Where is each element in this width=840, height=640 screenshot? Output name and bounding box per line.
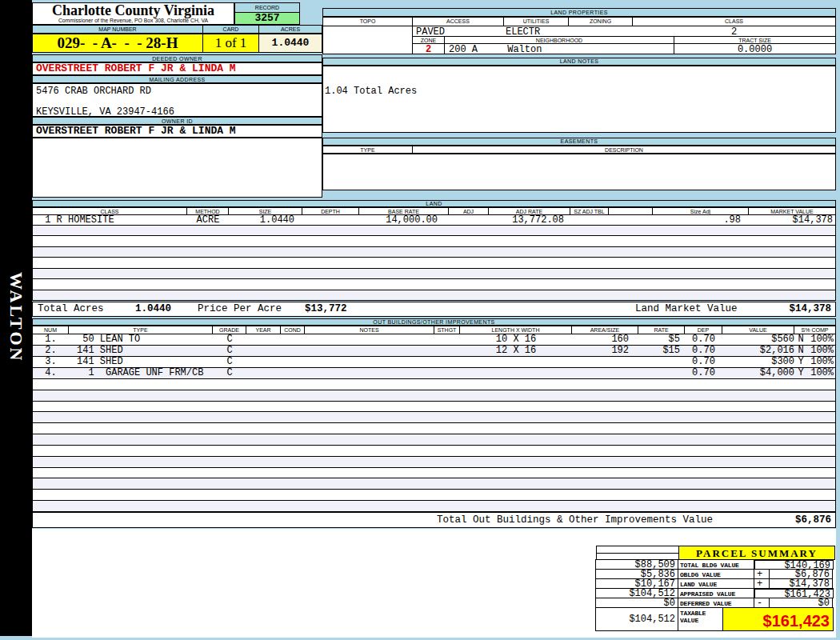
- out-building-row: 2. 141 SHED C 12 X 16 192 $15 0.70 $2,01…: [32, 346, 836, 357]
- acres-value: 1.0440: [258, 34, 322, 53]
- map-header-row: MAP NUMBER CARD ACRES: [32, 25, 322, 34]
- mailing-address-bar: MAILING ADDRESS: [32, 75, 322, 83]
- empty-row: [33, 468, 835, 479]
- total-acres-value: 1.0440: [135, 302, 171, 316]
- card-value: 1 of 1: [202, 34, 258, 53]
- ob-type: 1 GARAGE UNF FRM/CB: [69, 368, 213, 378]
- ob-value: $2,016: [722, 346, 794, 356]
- ob-comp: 100%: [807, 368, 835, 378]
- prior-taxable: $104,512: [595, 607, 678, 631]
- record-box: RECORD 3257: [234, 2, 300, 25]
- empty-row: [33, 258, 835, 268]
- ob-area-size: [572, 357, 638, 367]
- land-adj: [449, 215, 489, 225]
- land-empty-rows: [32, 226, 836, 301]
- out-buildings-header: NUM TYPE GRADE YEAR COND NOTES STHGT LEN…: [32, 326, 836, 334]
- ob-comp: 100%: [807, 346, 835, 356]
- class-value: 2: [633, 26, 835, 36]
- ob-grade: C: [213, 357, 246, 367]
- col-s-comp: S% COMP: [794, 326, 836, 334]
- ob-total-value: $6,876: [795, 513, 831, 527]
- land-market-value: $14,378: [749, 215, 835, 225]
- col-adj: ADJ: [448, 207, 488, 215]
- empty-row: [33, 279, 835, 290]
- ob-type: 141 SHED: [69, 357, 213, 367]
- summary-row-taxable: $104,512 TAXABLE VALUE $161,423: [596, 607, 836, 631]
- ob-sthgt: [434, 346, 460, 356]
- property-record-card: WALTON Charlotte County Virginia Commiss…: [0, 0, 840, 640]
- value-taxable: $161,423: [722, 607, 834, 631]
- ob-value: $300: [722, 357, 794, 367]
- deeded-owner-value: OVERSTREET ROBERT F JR & LINDA M: [32, 62, 322, 75]
- empty-row: [33, 423, 835, 434]
- empty-row: [33, 269, 835, 279]
- empty-row: [33, 434, 835, 446]
- land-sz-adj-tbl: [570, 215, 609, 225]
- neighborhood-name: Walton: [507, 44, 542, 55]
- zoning-label: ZONING: [569, 18, 633, 26]
- col-market-value: MARKET VALUE: [748, 207, 836, 215]
- zone-label: ZONE: [413, 36, 445, 44]
- utilities-label: UTILITIES: [504, 18, 569, 26]
- col-type: TYPE: [68, 326, 212, 334]
- ob-type: 50 LEAN TO: [69, 334, 213, 345]
- ob-area-size: [572, 368, 638, 378]
- col-grade: GRADE: [212, 326, 246, 334]
- ob-notes: [305, 334, 434, 345]
- empty-row: [33, 390, 835, 402]
- col-value: VALUE: [722, 326, 794, 334]
- total-acres-label: Total Acres: [38, 302, 104, 316]
- col-blank: [608, 207, 652, 215]
- ob-area-size: 160: [572, 334, 638, 345]
- col-size-adj: Size Adj: [652, 207, 748, 215]
- ob-length-width: [460, 368, 572, 378]
- map-number-value: 029- - A- - - 28-H: [32, 34, 202, 53]
- price-per-acre-value: $13,772: [305, 302, 347, 316]
- access-value: PAVED: [413, 26, 504, 36]
- empty-row: [33, 412, 835, 423]
- col-length-width: LENGTH X WIDTH: [459, 326, 571, 334]
- ob-sthgt: [434, 357, 460, 367]
- empty-row: [33, 490, 835, 501]
- card-label: CARD: [202, 25, 258, 34]
- ob-rate: $5: [638, 334, 685, 345]
- land-notes-bar: LAND NOTES: [322, 58, 836, 66]
- ob-flag: Y: [794, 368, 807, 378]
- ob-notes: [305, 346, 434, 356]
- empty-row: [33, 247, 835, 258]
- address-line1: 5476 CRAB ORCHARD RD: [36, 86, 322, 97]
- deeded-owner-bar: DEEDED OWNER: [32, 54, 322, 62]
- ob-length-width: 10 X 16: [460, 334, 572, 345]
- ob-year: [246, 368, 281, 378]
- ob-flag: Y: [794, 357, 807, 367]
- col-rate: RATE: [638, 326, 684, 334]
- land-properties-value-row: PAVED ELECTR 2: [413, 26, 835, 36]
- ob-length-width: 12 X 16: [460, 346, 572, 356]
- acres-label: ACRES: [258, 25, 322, 34]
- zone-value: 2: [413, 44, 445, 54]
- owner-id-value: OVERSTREET ROBERT F JR & LINDA M: [32, 125, 322, 138]
- ob-dep: 0.70: [685, 334, 722, 345]
- empty-row: [33, 457, 835, 468]
- out-buildings-total-row: Total Out Buildings & Other Improvements…: [32, 512, 836, 528]
- land-table-header: CLASS METHOD SIZE DEPTH BASE RATE ADJ AD…: [32, 207, 836, 215]
- empty-row: [33, 226, 835, 236]
- land-blank: [609, 215, 653, 225]
- neighborhood-label: NEIGHBORHOOD: [445, 36, 674, 44]
- tract-size-value: 0.0000: [674, 44, 835, 54]
- ob-type: 141 SHED: [69, 346, 213, 356]
- map-number-label: MAP NUMBER: [32, 25, 202, 34]
- owner-id-bar: OWNER ID: [32, 117, 322, 125]
- ob-dep: 0.70: [685, 357, 722, 367]
- topo-value: [323, 26, 413, 54]
- ob-year: [246, 346, 281, 356]
- col-base-rate: BASE RATE: [358, 207, 448, 215]
- land-properties-bar: LAND PROPERTIES: [322, 8, 836, 17]
- ob-sthgt: [434, 368, 460, 378]
- land-depth: [302, 215, 359, 225]
- district-name: WALTON: [6, 272, 26, 362]
- col-cond: COND: [280, 326, 304, 334]
- land-total-row: Total Acres 1.0440 Price Per Acre $13,77…: [32, 302, 836, 317]
- zone-header-row: ZONE NEIGHBORHOOD TRACT SIZE: [413, 36, 835, 44]
- commissioner-line: Commissioner of the Revenue, PO Box 308,…: [33, 18, 234, 24]
